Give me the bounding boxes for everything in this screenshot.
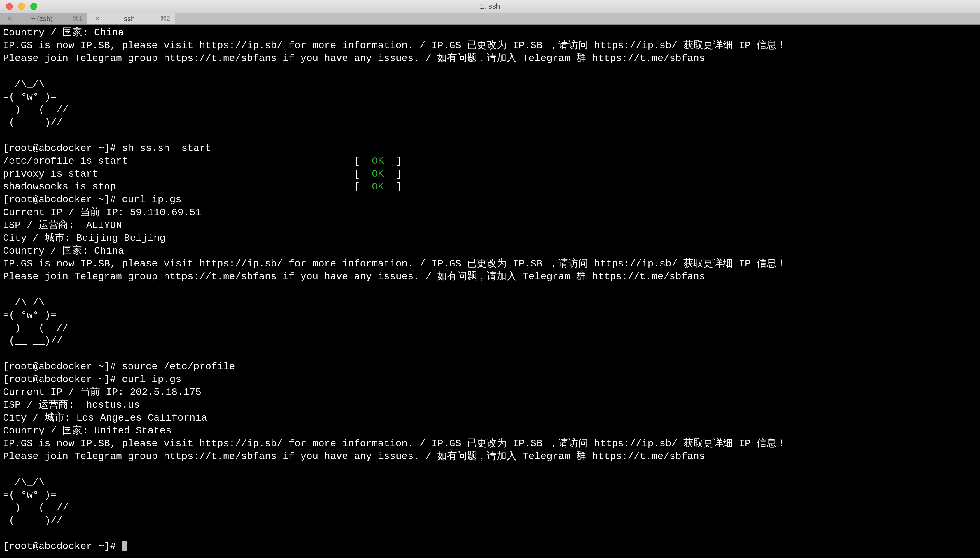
close-tab-icon[interactable]: ✕ <box>5 15 15 23</box>
terminal-content[interactable]: Country / 国家: China IP.GS is now IP.SB, … <box>0 25 980 558</box>
window-title: 1. ssh <box>480 2 500 11</box>
tab-zsh[interactable]: ✕ ~ (zsh) ⌘1 <box>0 13 87 24</box>
close-window-button[interactable] <box>6 3 13 10</box>
titlebar[interactable]: 1. ssh <box>0 0 980 13</box>
close-tab-icon[interactable]: ✕ <box>92 15 102 23</box>
tab-shortcut: ⌘1 <box>69 15 83 23</box>
tab-label: ssh <box>102 15 157 23</box>
cursor <box>122 541 127 551</box>
traffic-lights <box>0 3 37 10</box>
tab-label: ~ (zsh) <box>15 15 69 23</box>
terminal-window: 1. ssh ✕ ~ (zsh) ⌘1 ✕ ssh ⌘2 Country / 国… <box>0 0 980 558</box>
tabbar: ✕ ~ (zsh) ⌘1 ✕ ssh ⌘2 <box>0 13 980 25</box>
tab-ssh[interactable]: ✕ ssh ⌘2 <box>87 13 175 24</box>
tab-shortcut: ⌘2 <box>157 15 170 23</box>
minimize-window-button[interactable] <box>18 3 25 10</box>
maximize-window-button[interactable] <box>30 3 37 10</box>
